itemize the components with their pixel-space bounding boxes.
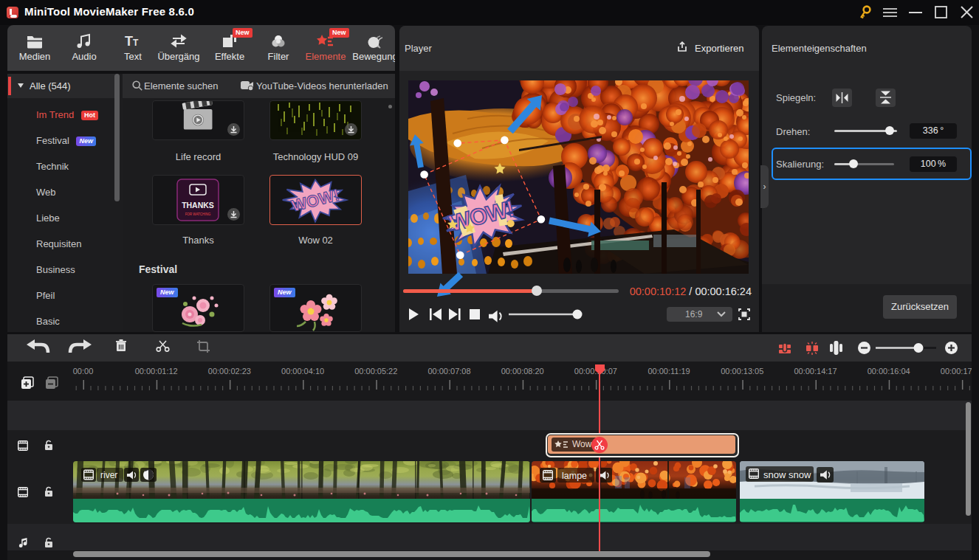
svg-text:river: river — [100, 470, 117, 480]
svg-text:lampe: lampe — [562, 471, 587, 481]
svg-text:snow snow: snow snow — [763, 469, 811, 480]
